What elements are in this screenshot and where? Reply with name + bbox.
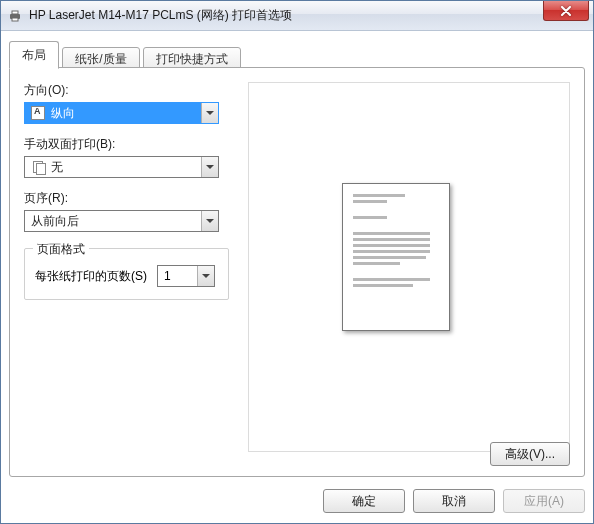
chevron-down-icon[interactable]	[201, 103, 218, 123]
preview-page	[342, 183, 450, 331]
tab-layout[interactable]: 布局	[9, 41, 59, 69]
close-icon	[560, 6, 572, 16]
tab-panel-layout: 方向(O): 纵向 手动双面打印(B): 无 页序(R):	[9, 67, 585, 477]
orientation-value: 纵向	[25, 103, 201, 123]
cancel-button[interactable]: 取消	[413, 489, 495, 513]
page-order-value: 从前向后	[25, 211, 201, 231]
ok-button[interactable]: 确定	[323, 489, 405, 513]
orientation-label: 方向(O):	[24, 82, 229, 99]
svg-rect-1	[12, 11, 18, 14]
layout-controls: 方向(O): 纵向 手动双面打印(B): 无 页序(R):	[24, 82, 229, 300]
client-area: 布局 纸张/质量 打印快捷方式 方向(O): 纵向 手动双面打印(B):	[1, 31, 593, 523]
page-format-legend: 页面格式	[33, 241, 89, 258]
duplex-icon	[31, 160, 45, 174]
chevron-down-icon[interactable]	[201, 211, 218, 231]
printer-icon	[7, 8, 23, 24]
tab-strip: 布局 纸张/质量 打印快捷方式	[9, 39, 585, 69]
close-button[interactable]	[543, 1, 589, 21]
page-order-select[interactable]: 从前向后	[24, 210, 219, 232]
page-order-label: 页序(R):	[24, 190, 229, 207]
manual-duplex-label: 手动双面打印(B):	[24, 136, 229, 153]
dialog-buttons: 确定 取消 应用(A)	[323, 489, 585, 513]
print-preview	[248, 82, 570, 452]
pages-per-sheet-label: 每张纸打印的页数(S)	[35, 268, 147, 285]
portrait-icon	[31, 106, 45, 120]
advanced-button[interactable]: 高级(V)...	[490, 442, 570, 466]
apply-button: 应用(A)	[503, 489, 585, 513]
print-preferences-window: HP LaserJet M14-M17 PCLmS (网络) 打印首选项 布局 …	[0, 0, 594, 524]
orientation-select[interactable]: 纵向	[24, 102, 219, 124]
chevron-down-icon[interactable]	[197, 266, 214, 286]
window-title: HP LaserJet M14-M17 PCLmS (网络) 打印首选项	[29, 7, 593, 24]
pages-per-sheet-value: 1	[158, 269, 197, 283]
manual-duplex-value: 无	[25, 157, 201, 177]
pages-per-sheet-select[interactable]: 1	[157, 265, 215, 287]
page-format-fieldset: 页面格式 每张纸打印的页数(S) 1	[24, 248, 229, 300]
manual-duplex-select[interactable]: 无	[24, 156, 219, 178]
titlebar: HP LaserJet M14-M17 PCLmS (网络) 打印首选项	[1, 1, 593, 31]
chevron-down-icon[interactable]	[201, 157, 218, 177]
svg-rect-2	[12, 18, 18, 21]
